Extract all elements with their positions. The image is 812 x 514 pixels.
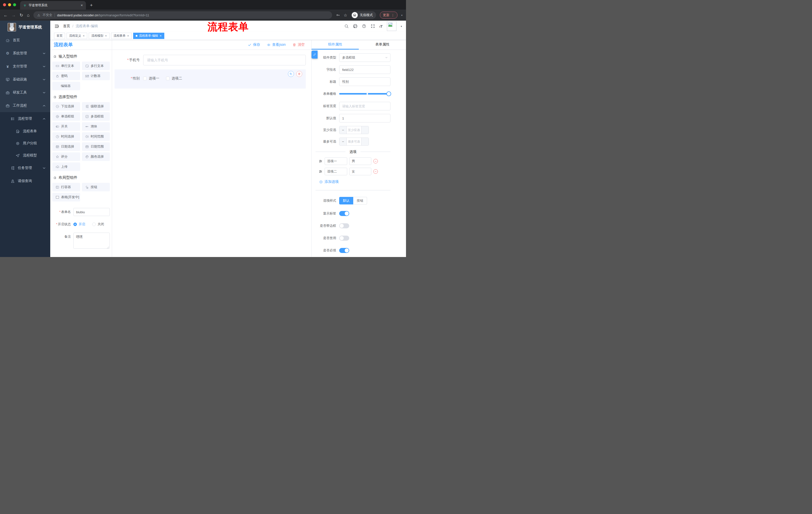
sidebar-item-process-management[interactable]: 流程管理 [0,112,50,125]
palette-item-table-wip[interactable]: 表格[开发中] [52,193,80,201]
browser-tab[interactable]: 芋道管理系统 ✕ [20,1,86,9]
required-toggle[interactable] [339,248,349,253]
label-width-input[interactable] [339,102,390,110]
slider-handle[interactable] [386,91,391,96]
palette-item-radio-group[interactable]: 单选框组 [52,112,80,121]
address-bar[interactable]: ⚠ 不安全 dashboard.yudao.iocoder.cn/bpm/man… [33,11,332,19]
link-tab-button[interactable] [312,51,318,59]
drag-handle-icon[interactable] [319,159,323,163]
checkbox-box[interactable] [143,77,147,80]
sidebar-collapse-icon[interactable] [54,24,59,29]
tab-component-props[interactable]: 组件属性 [312,40,359,50]
sidebar-item-payment[interactable]: ¥ 支付管理 [0,60,50,73]
add-option-button[interactable]: 添加选项 [319,180,390,184]
form-grid-slider[interactable] [339,89,390,98]
forward-icon[interactable]: → [11,13,16,17]
sidebar-item-home[interactable]: 首页 [0,34,50,47]
palette-item-upload[interactable]: 上传 [52,162,80,171]
palette-item-single-line-text[interactable]: 单行文本 [52,62,80,70]
canvas-field-gender-selected[interactable]: *性别 选项一 选项二 [115,70,306,88]
gender-option-2[interactable]: 选项二 [166,76,182,81]
palette-item-button[interactable]: 按钮 [82,183,110,191]
component-type-select[interactable] [339,53,390,62]
palette-item-date-picker[interactable]: 日期选择 [52,142,80,151]
option-2-name-input[interactable] [325,168,347,175]
default-value-input[interactable] [339,114,390,123]
palette-item-time-range[interactable]: 时间范围 [82,132,110,141]
palette-item-date-range[interactable]: 日期范围 [82,142,110,151]
sidebar-item-process-form[interactable]: 流程表单 [0,125,50,137]
sidebar-item-devtools[interactable]: 研发工具 [0,86,50,99]
slider-track[interactable] [339,93,390,94]
sidebar-item-process-model[interactable]: 流程模型 [0,150,50,161]
tab-form-props[interactable]: 表单属性 [359,40,406,50]
help-icon[interactable] [362,24,366,28]
home-icon[interactable]: ⌂ [27,13,29,17]
stepper-value[interactable]: 最多可选 [346,138,361,145]
search-icon[interactable] [344,24,349,28]
page-tab-process-definition[interactable]: 流程定义✕ [66,33,87,39]
tab-close-icon[interactable]: ✕ [160,34,162,37]
breadcrumb-home[interactable]: 首页 [63,24,70,28]
border-toggle[interactable] [339,223,349,228]
stepper-decrease-button[interactable]: − [340,126,346,134]
sidebar-item-system[interactable]: ⚙ 系统管理 [0,47,50,60]
palette-item-counter[interactable]: 123计数器 [82,72,110,80]
clear-button[interactable]: 清空 [292,43,305,47]
title-input[interactable] [339,77,390,86]
toolbar-caret-icon[interactable]: ▾ [401,14,403,17]
sidebar-item-workflow[interactable]: 工作流程 [0,99,50,112]
palette-item-editor[interactable]: 编辑器 [52,82,80,90]
save-button[interactable]: 保存 [248,43,260,47]
sidebar-item-task-management[interactable]: 任务管理 [0,161,50,174]
delete-field-button[interactable] [296,71,302,77]
view-json-button[interactable]: 查看json [267,43,286,47]
drag-handle-icon[interactable] [319,169,323,173]
disabled-toggle[interactable] [339,236,349,241]
field-name-input[interactable] [339,65,390,74]
page-tab-home[interactable]: 首页 [54,33,65,39]
palette-item-rate[interactable]: 评分 [52,153,80,161]
palette-item-dropdown-select[interactable]: 下拉选择 [52,102,80,111]
stepper-decrease-button[interactable]: − [340,138,346,145]
style-button-button[interactable]: 按钮 [353,197,367,205]
checkbox-box[interactable] [166,77,170,80]
sidebar-item-user-group[interactable]: 用户分组 [0,137,50,150]
page-tab-process-form-edit[interactable]: 流程表单-编辑✕ [133,33,164,39]
password-key-icon[interactable] [336,13,340,17]
palette-item-slider[interactable]: 滑块 [82,122,110,131]
gender-option-1[interactable]: 选项一 [143,76,159,81]
duplicate-field-button[interactable] [288,71,294,77]
palette-item-checkbox-group[interactable]: 多选框组 [82,112,110,121]
style-default-button[interactable]: 默认 [339,197,353,205]
bookmark-star-icon[interactable]: ☆ [344,13,347,18]
avatar[interactable] [387,21,397,31]
status-radio-off[interactable]: 关闭 [92,222,104,226]
remove-option-button[interactable]: − [373,159,378,163]
show-label-toggle[interactable] [339,211,349,216]
window-close-button[interactable] [3,3,6,6]
option-1-value-input[interactable] [349,157,371,165]
stepper-increase-button[interactable] [361,138,369,145]
remove-option-button[interactable]: − [373,169,378,174]
tab-close-icon[interactable]: ✕ [105,34,107,37]
palette-item-password[interactable]: 密码 [52,72,80,80]
sidebar-item-infrastructure[interactable]: 基础设施 [0,73,50,86]
font-size-icon[interactable]: tT [379,24,383,28]
fullscreen-icon[interactable] [371,24,375,28]
page-tab-process-model[interactable]: 流程模型✕ [89,33,109,39]
browser-menu-kebab-icon[interactable]: ⋮ [391,13,395,17]
palette-item-row-container[interactable]: 行容器 [52,183,80,191]
palette-item-multi-line-text[interactable]: 多行文本 [82,62,110,70]
option-2-value-input[interactable] [349,168,371,175]
avatar-caret-icon[interactable]: ▾ [401,25,402,28]
window-minimize-button[interactable] [8,3,11,6]
back-icon[interactable]: ← [3,13,8,17]
palette-item-time-picker[interactable]: 时间选择 [52,132,80,141]
window-zoom-button[interactable] [13,3,16,6]
sidebar-item-leave-query[interactable]: 请假查询 [0,174,50,188]
palette-item-color-picker[interactable]: 颜色选择 [82,153,110,161]
stepper-value[interactable]: 至少应选 [346,126,361,134]
phone-input[interactable] [143,55,306,65]
option-1-name-input[interactable] [325,157,347,165]
